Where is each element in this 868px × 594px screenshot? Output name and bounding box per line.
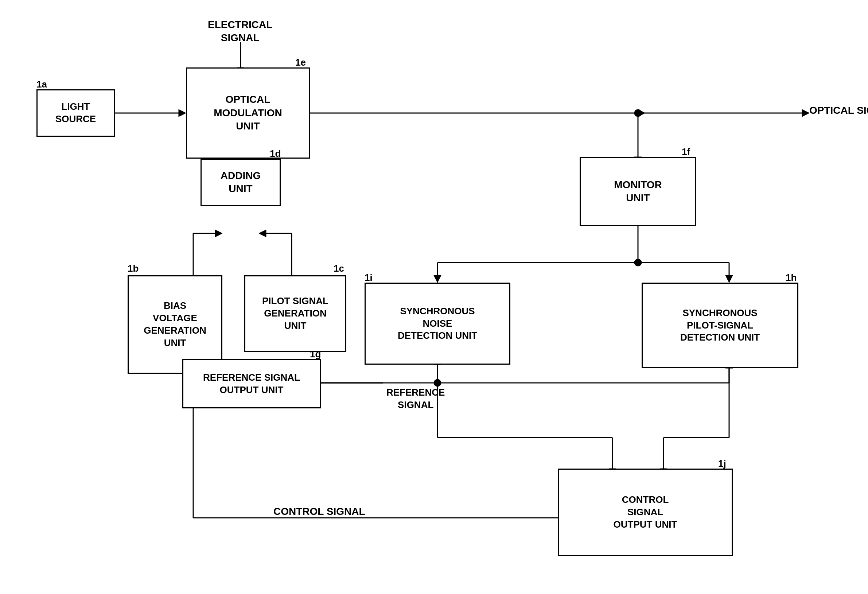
monitor-unit-id: 1f <box>682 146 690 158</box>
svg-marker-23 <box>215 230 222 237</box>
svg-marker-15 <box>434 275 441 282</box>
control-signal-block: CONTROL SIGNAL OUTPUT UNIT <box>558 468 733 556</box>
monitor-unit-block: MONITOR UNIT <box>580 157 696 226</box>
synchronous-noise-id: 1i <box>365 272 373 284</box>
optical-modulation-block: OPTICAL MODULATION UNIT <box>186 68 310 159</box>
svg-point-28 <box>434 379 441 387</box>
light-source-block: LIGHT SOURCE <box>37 89 115 137</box>
optical-modulation-label: OPTICAL MODULATION UNIT <box>214 93 282 133</box>
electrical-signal-label: ELECTRICAL SIGNAL <box>208 18 272 45</box>
control-signal-label: CONTROL SIGNAL OUTPUT UNIT <box>614 494 678 530</box>
optical-modulation-id: 1e <box>295 56 306 69</box>
adding-unit-id: 1d <box>270 148 281 160</box>
light-source-label: LIGHT SOURCE <box>55 100 96 126</box>
svg-point-12 <box>634 259 642 266</box>
svg-marker-18 <box>725 275 733 282</box>
pilot-signal-block: PILOT SIGNAL GENERATION UNIT <box>244 275 346 352</box>
control-signal-text: CONTROL SIGNAL <box>273 505 365 518</box>
pilot-signal-label: PILOT SIGNAL GENERATION UNIT <box>262 295 328 332</box>
svg-marker-1 <box>179 109 186 117</box>
adding-unit-label: ADDING UNIT <box>221 169 261 196</box>
adding-unit-block: ADDING UNIT <box>201 159 281 206</box>
light-source-id: 1a <box>37 78 47 91</box>
svg-marker-26 <box>259 230 266 237</box>
svg-marker-5 <box>638 109 645 117</box>
bias-voltage-id: 1b <box>128 263 139 275</box>
optical-signal-label: OPTICAL SIGNAL <box>809 104 868 117</box>
svg-point-8 <box>634 109 642 117</box>
pilot-signal-id: 1c <box>334 263 344 275</box>
reference-signal-id: 1g <box>310 348 321 361</box>
monitor-unit-label: MONITOR UNIT <box>614 178 662 205</box>
reference-signal-text: REFERENCE SIGNAL <box>387 387 445 411</box>
synchronous-pilot-label: SYNCHRONOUS PILOT-SIGNAL DETECTION UNIT <box>680 307 760 344</box>
reference-signal-label: REFERENCE SIGNAL OUTPUT UNIT <box>203 372 300 396</box>
synchronous-pilot-id: 1h <box>785 272 797 284</box>
synchronous-noise-label: SYNCHRONOUS NOISE DETECTION UNIT <box>398 305 477 342</box>
svg-marker-7 <box>802 109 809 117</box>
synchronous-pilot-block: SYNCHRONOUS PILOT-SIGNAL DETECTION UNIT <box>642 282 799 368</box>
control-signal-id: 1j <box>718 458 726 470</box>
bias-voltage-label: BIAS VOLTAGE GENERATION UNIT <box>144 300 206 349</box>
synchronous-noise-block: SYNCHRONOUS NOISE DETECTION UNIT <box>365 282 510 365</box>
reference-signal-block: REFERENCE SIGNAL OUTPUT UNIT <box>182 359 321 408</box>
